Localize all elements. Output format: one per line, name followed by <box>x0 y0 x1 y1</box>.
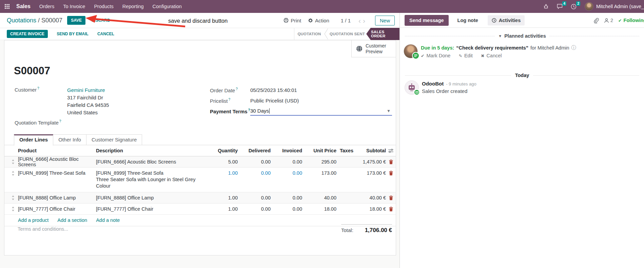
activities-button[interactable]: Activities <box>488 15 525 25</box>
header-taxes[interactable]: Taxes <box>336 148 357 153</box>
header-delivered[interactable]: Delivered <box>238 148 271 153</box>
action-button[interactable]: Action <box>308 18 329 23</box>
delete-row-icon[interactable] <box>386 170 396 175</box>
pager-previous-button[interactable]: ‹ <box>357 17 362 24</box>
cell-delivered-modified[interactable]: 0.00 <box>238 170 271 176</box>
breadcrumb-quotations[interactable]: Quotations <box>7 17 36 24</box>
header-subtotal[interactable]: Subtotal <box>357 148 386 153</box>
terms-placeholder[interactable]: Terms and conditions... <box>18 226 68 232</box>
cell-description[interactable]: [FURN_6666] Acoustic Bloc Screens <box>96 159 211 165</box>
optional-columns-icon[interactable] <box>386 149 396 153</box>
pricelist-value[interactable]: Public Pricelist (USD) <box>250 98 299 103</box>
save-button[interactable]: SAVE <box>67 16 85 25</box>
cell-quantity[interactable]: 1.00 <box>211 195 238 200</box>
cancel-activity-button[interactable]: ✖ Cancel <box>481 53 502 58</box>
cell-quantity-modified[interactable]: 1.00 <box>211 170 238 176</box>
message-author[interactable]: OdooBot <box>422 81 444 87</box>
order-line-row[interactable]: [FURN_8888] Office Lamp [FURN_8888] Offi… <box>4 192 396 204</box>
cell-description[interactable]: [FURN_8888] Office Lamp <box>96 195 211 200</box>
cell-product[interactable]: [FURN_8888] Office Lamp <box>18 195 96 200</box>
create-invoice-button[interactable]: CREATE INVOICE <box>7 30 48 38</box>
cell-quantity[interactable]: 5.00 <box>211 159 238 165</box>
add-product-link[interactable]: Add a product <box>18 217 48 223</box>
activity-avatar[interactable] <box>404 44 418 58</box>
table-header-row: Product Description Quantity Delivered I… <box>4 145 396 156</box>
pager-next-button[interactable]: › <box>362 17 366 24</box>
payment-terms-input[interactable]: 30 Days ▼ <box>250 107 392 116</box>
cell-delivered[interactable]: 0.00 <box>238 206 271 212</box>
cell-quantity[interactable]: 1.00 <box>211 206 238 212</box>
activities-clock-icon[interactable]: 2 <box>571 4 577 9</box>
cell-description[interactable]: [FURN_7777] Office Chair <box>96 206 211 212</box>
state-sales-order-active[interactable]: SALES ORDER <box>366 28 399 40</box>
print-button[interactable]: Print <box>284 18 301 23</box>
add-section-link[interactable]: Add a section <box>57 217 87 223</box>
debug-bug-icon[interactable] <box>543 4 549 9</box>
add-note-link[interactable]: Add a note <box>96 217 120 223</box>
cell-product[interactable]: [FURN_7777] Office Chair <box>18 206 96 212</box>
help-marker: ? <box>236 87 238 91</box>
info-icon[interactable]: ⓘ <box>571 45 576 51</box>
menu-to-invoice[interactable]: To Invoice <box>63 4 85 9</box>
followers-button[interactable]: 2 <box>604 18 613 23</box>
cell-product[interactable]: [FURN_8999] Three-Seat Sofa <box>18 170 96 176</box>
menu-orders[interactable]: Orders <box>39 4 54 9</box>
state-quotation[interactable]: QUOTATION <box>294 28 324 40</box>
menu-products[interactable]: Products <box>94 4 113 9</box>
drag-handle-icon[interactable] <box>4 195 18 200</box>
cell-product[interactable]: [FURN_6666] Acoustic Bloc Screens <box>18 156 96 167</box>
mark-done-button[interactable]: ✔ Mark Done <box>421 53 450 58</box>
cancel-button[interactable]: CANCEL <box>97 32 114 36</box>
header-unit-price[interactable]: Unit Price <box>302 148 336 153</box>
delete-row-icon[interactable] <box>386 195 396 200</box>
tab-order-lines[interactable]: Order Lines <box>14 134 53 146</box>
app-name[interactable]: Sales <box>16 3 31 9</box>
cell-description[interactable]: [FURN_8999] Three-Seat Sofa Three Seater… <box>96 170 211 189</box>
cell-delivered[interactable]: 0.00 <box>238 195 271 200</box>
menu-reporting[interactable]: Reporting <box>122 4 144 9</box>
following-button[interactable]: ✔ Following <box>618 18 644 23</box>
cell-delivered[interactable]: 0.00 <box>238 159 271 165</box>
cell-unit-price[interactable]: 173.00 <box>302 170 336 176</box>
user-avatar[interactable] <box>585 2 593 11</box>
drag-handle-icon[interactable] <box>4 170 18 176</box>
cell-unit-price[interactable]: 40.00 <box>302 195 336 200</box>
cell-unit-price[interactable]: 18.00 <box>302 206 336 212</box>
cell-unit-price[interactable]: 295.00 <box>302 159 336 165</box>
delete-row-icon[interactable] <box>386 159 396 164</box>
drag-handle-icon[interactable] <box>4 207 18 211</box>
customer-preview-button[interactable]: Customer Preview <box>351 40 396 57</box>
delete-row-icon[interactable] <box>386 207 396 211</box>
order-line-row[interactable]: [FURN_7777] Office Chair [FURN_7777] Off… <box>4 204 396 215</box>
apps-grid-icon[interactable] <box>5 4 9 9</box>
dropdown-caret-icon[interactable]: ▼ <box>387 109 392 113</box>
order-date-value[interactable]: 05/25/2023 15:40:01 <box>250 87 297 93</box>
messages-icon[interactable]: 4 <box>557 4 563 9</box>
cell-invoiced-modified[interactable]: 0.00 <box>271 170 302 176</box>
cell-invoiced[interactable]: 0.00 <box>271 206 302 212</box>
discard-button[interactable]: DISCARD <box>92 18 110 23</box>
user-menu[interactable]: Mitchell Admin (save_discard <box>596 4 644 9</box>
cell-invoiced[interactable]: 0.00 <box>271 195 302 200</box>
menu-configuration[interactable]: Configuration <box>153 4 182 9</box>
edit-activity-button[interactable]: ✎ Edit <box>458 53 472 58</box>
new-button[interactable]: New <box>375 16 395 25</box>
state-quotation-sent[interactable]: QUOTATION SENT <box>328 28 366 40</box>
send-by-email-button[interactable]: SEND BY EMAIL <box>57 32 89 36</box>
tab-customer-signature[interactable]: Customer Signature <box>86 134 142 145</box>
header-product[interactable]: Product <box>18 148 96 153</box>
planned-activities-header[interactable]: ▼ Planned activities <box>400 33 644 39</box>
odoobot-avatar[interactable] <box>405 80 419 95</box>
drag-handle-icon[interactable] <box>4 159 18 164</box>
header-quantity[interactable]: Quantity <box>211 148 238 153</box>
attachment-paperclip-icon[interactable] <box>593 18 599 23</box>
customer-link[interactable]: Gemini Furniture <box>67 87 109 94</box>
tab-other-info[interactable]: Other Info <box>53 134 86 145</box>
cell-invoiced[interactable]: 0.00 <box>271 159 302 165</box>
header-description[interactable]: Description <box>96 148 211 153</box>
header-invoiced[interactable]: Invoiced <box>271 148 302 153</box>
send-message-button[interactable]: Send message <box>405 15 449 26</box>
order-line-row[interactable]: [FURN_6666] Acoustic Bloc Screens [FURN_… <box>4 156 396 168</box>
order-line-row[interactable]: [FURN_8999] Three-Seat Sofa [FURN_8999] … <box>4 168 396 192</box>
log-note-button[interactable]: Log note <box>457 18 478 23</box>
